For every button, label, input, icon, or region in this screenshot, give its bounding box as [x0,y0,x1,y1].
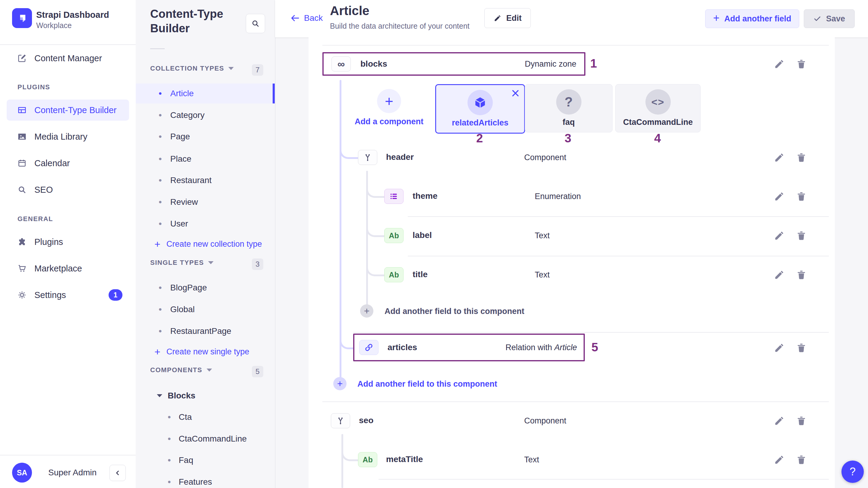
bullet-icon: • [159,197,162,207]
panel-item-restaurant[interactable]: •Restaurant [136,171,275,190]
sidebar-item-seo[interactable]: SEO [0,179,136,200]
enumeration-icon [384,189,404,204]
close-icon[interactable] [511,89,520,98]
active-indicator [273,84,275,103]
annotation-5: 5 [591,340,598,354]
delete-field-button[interactable] [796,152,807,163]
cart-icon [18,264,27,273]
question-mark-icon: ? [556,89,582,115]
component-card-faq[interactable]: ? faq [525,84,613,132]
create-single-type-link[interactable]: + Create new single type [136,343,275,361]
edit-field-button[interactable] [774,59,785,69]
panel-item-place[interactable]: •Place [136,149,275,169]
search-button[interactable] [246,14,265,33]
panel-item-global[interactable]: •Global [136,300,275,319]
components-header[interactable]: COMPONENTS [150,366,212,374]
panel-title: Content-Type Builder [150,7,241,36]
gear-icon [18,291,27,300]
panel-item-cta[interactable]: •Cta [136,407,275,427]
avatar[interactable]: SA [12,463,32,483]
edit-field-button[interactable] [774,342,785,353]
back-link[interactable]: Back [290,13,323,23]
relation-icon [359,340,378,355]
panel-item-blogpage[interactable]: •BlogPage [136,278,275,298]
strapi-logo[interactable] [12,8,32,28]
sidebar-item-calendar[interactable]: Calendar [0,153,136,174]
single-types-header[interactable]: SINGLE TYPES [150,259,214,267]
chevron-down-icon [157,394,162,397]
collapse-sidebar-button[interactable] [110,465,126,481]
collection-types-header[interactable]: COLLECTION TYPES [150,65,234,72]
bullet-icon: • [159,131,162,142]
delete-field-button[interactable] [796,415,807,426]
components-group-blocks[interactable]: Blocks [157,391,195,400]
panel-divider [150,48,165,49]
sidebar-item-label: Content-Type Builder [34,105,116,115]
workspace-label: Workplace [36,21,72,30]
panel-item-article[interactable]: • Article [136,84,275,103]
add-field-to-component-button[interactable]: + [360,304,373,317]
text-field-icon: Ab [384,228,404,243]
divider [378,479,829,480]
component-icon [358,150,377,165]
sidebar-item-label: Settings [34,290,66,300]
edit-field-button[interactable] [774,191,785,202]
field-row-articles[interactable]: articles Relation with Article [353,334,585,361]
screen: Strapi Dashboard Workplace Content Manag… [0,0,868,488]
sidebar-item-media-library[interactable]: Media Library [0,126,136,147]
divider [353,332,829,333]
edit-field-button[interactable] [774,415,785,426]
bullet-icon: • [159,88,162,99]
puzzle-icon [18,237,27,246]
sidebar-divider [0,44,136,45]
divider [322,401,829,402]
add-field-to-component-link[interactable]: Add another field to this component [384,307,524,316]
delete-field-button[interactable] [796,230,807,241]
add-component-plus-button[interactable]: + [377,89,401,113]
delete-field-button[interactable] [796,454,807,465]
panel-item-ctacommandline[interactable]: •CtaCommandLine [136,429,275,449]
component-card-ctacommandline[interactable]: <> CtaCommandLine [615,84,701,132]
add-field-to-dynamic-zone-link[interactable]: Add another field to this component [358,379,497,389]
divider [322,45,829,45]
add-a-component-link[interactable]: Add a component [353,117,425,126]
delete-field-button[interactable] [796,269,807,280]
field-row-blocks[interactable]: ∞ blocks Dynamic zone [322,52,585,76]
component-card-relatedarticles[interactable]: relatedArticles [435,84,525,133]
add-field-to-dynamic-zone-button[interactable]: + [333,377,346,390]
save-button[interactable]: Save [804,9,855,28]
bullet-icon: • [159,283,162,293]
panel-item-category[interactable]: •Category [136,105,275,125]
delete-field-button[interactable] [796,342,807,353]
bullet-icon: • [168,412,171,422]
panel-item-faq[interactable]: •Faq [136,450,275,470]
add-another-field-button[interactable]: + Add another field [705,9,799,28]
layout-grid-icon [18,105,27,115]
delete-field-button[interactable] [796,59,807,69]
sidebar-item-marketplace[interactable]: Marketplace [0,258,136,279]
panel-item-features[interactable]: •Features [136,472,275,488]
edit-button[interactable]: Edit [484,8,531,28]
sidebar-item-content-type-builder[interactable]: Content-Type Builder [0,99,136,121]
panel-item-page[interactable]: •Page [136,127,275,147]
code-brackets-icon: <> [645,89,671,115]
bullet-icon: • [168,434,171,444]
edit-field-button[interactable] [774,454,785,465]
edit-field-button[interactable] [774,230,785,241]
tree-elbow [340,144,358,159]
sidebar-item-content-manager[interactable]: Content Manager [0,48,136,69]
divider [408,216,829,217]
bullet-icon: • [159,304,162,314]
help-button[interactable]: ? [841,461,864,483]
panel-item-review[interactable]: •Review [136,192,275,212]
delete-field-button[interactable] [796,191,807,202]
collection-types-count: 7 [252,64,263,76]
sidebar-item-plugins[interactable]: Plugins [0,231,136,252]
pen-icon [18,54,27,63]
create-collection-type-link[interactable]: + Create new collection type [136,235,275,253]
panel-item-user[interactable]: •User [136,214,275,234]
components-count: 5 [252,366,263,377]
edit-field-button[interactable] [774,269,785,280]
panel-item-restaurantpage[interactable]: •RestaurantPage [136,321,275,341]
edit-field-button[interactable] [774,152,785,163]
